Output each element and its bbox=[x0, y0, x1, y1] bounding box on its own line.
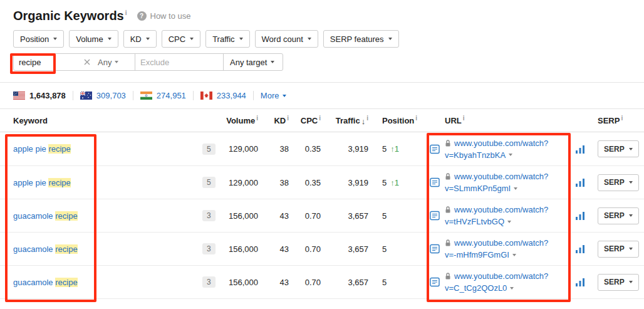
chart-bars-icon[interactable] bbox=[575, 145, 585, 154]
us-flag-icon bbox=[13, 92, 25, 100]
url-link[interactable]: www.youtube.com/watch? bbox=[454, 137, 548, 149]
keyword-link[interactable]: guacamole recipe bbox=[13, 244, 78, 254]
table-row: apple pie recipe 5 129,000 38 0.35 3,919… bbox=[0, 132, 644, 165]
target-dropdown[interactable]: Any target bbox=[224, 54, 281, 70]
keyword-link[interactable]: guacamole recipe bbox=[13, 278, 78, 287]
kd-value: 38 bbox=[258, 144, 289, 154]
url-link[interactable]: www.youtube.com/watch? bbox=[454, 170, 548, 182]
country-in-tab[interactable]: 274,951 bbox=[140, 91, 186, 100]
cpc-value: 0.70 bbox=[289, 278, 321, 287]
keyword-group-badge[interactable]: 3 bbox=[202, 210, 216, 221]
position-change: ↑1 bbox=[390, 144, 399, 154]
url-link[interactable]: v=KbyahTnzbKA bbox=[445, 149, 506, 161]
position-value: 5 bbox=[368, 244, 430, 254]
match-type-dropdown[interactable]: Any bbox=[98, 58, 118, 67]
volume-value: 156,000 bbox=[224, 244, 258, 254]
lock-icon bbox=[445, 239, 451, 247]
sort-desc-icon: ↓ bbox=[361, 117, 366, 126]
highlighted-term: recipe bbox=[55, 278, 77, 287]
sitelinks-icon[interactable] bbox=[430, 211, 440, 221]
col-cpc[interactable]: CPCi bbox=[289, 115, 321, 125]
col-keyword[interactable]: Keyword bbox=[13, 116, 201, 125]
volume-value: 156,000 bbox=[224, 278, 258, 287]
serp-button[interactable]: SERP bbox=[598, 140, 639, 157]
exclude-keyword-input[interactable] bbox=[140, 58, 216, 67]
lock-icon bbox=[445, 139, 451, 147]
filter-traffic-button[interactable]: Traffic bbox=[205, 30, 249, 48]
serp-button[interactable]: SERP bbox=[598, 241, 639, 258]
chevron-down-icon bbox=[146, 38, 150, 40]
chevron-down-icon[interactable] bbox=[512, 254, 516, 256]
keyword-group-badge[interactable]: 5 bbox=[202, 144, 216, 155]
url-link[interactable]: www.youtube.com/watch? bbox=[454, 204, 548, 216]
chevron-down-icon bbox=[115, 61, 118, 63]
sitelinks-icon[interactable] bbox=[430, 244, 440, 254]
how-to-use-label: How to use bbox=[150, 11, 191, 21]
keywords-table: Keyword Volumei KDi CPCi Traffic↓i Posit… bbox=[0, 108, 644, 299]
filter-kd-button[interactable]: KD bbox=[123, 30, 157, 48]
page-title: Organic Keywordsi bbox=[13, 9, 127, 23]
traffic-value: 3,657 bbox=[321, 211, 368, 221]
table-header-row: Keyword Volumei KDi CPCi Traffic↓i Posit… bbox=[0, 109, 644, 132]
chart-bars-icon[interactable] bbox=[575, 211, 585, 220]
col-url[interactable]: URLi bbox=[445, 115, 568, 125]
filter-position-button[interactable]: Position bbox=[13, 30, 64, 48]
col-kd[interactable]: KDi bbox=[258, 115, 289, 125]
divider bbox=[253, 91, 254, 100]
chevron-down-icon[interactable] bbox=[509, 154, 512, 156]
col-serp[interactable]: SERPi bbox=[593, 115, 633, 125]
info-icon: i bbox=[463, 115, 465, 122]
filter-cpc-button[interactable]: CPC bbox=[162, 30, 200, 48]
chevron-down-icon bbox=[283, 95, 286, 97]
chart-bars-icon[interactable] bbox=[575, 244, 585, 253]
keyword-link[interactable]: apple pie recipe bbox=[13, 144, 71, 154]
more-countries-dropdown[interactable]: More bbox=[261, 91, 287, 100]
chevron-down-icon[interactable] bbox=[507, 221, 511, 223]
url-link[interactable]: www.youtube.com/watch? bbox=[454, 270, 548, 282]
cpc-value: 0.70 bbox=[289, 211, 321, 221]
sitelinks-icon[interactable] bbox=[430, 277, 440, 287]
col-traffic[interactable]: Traffic↓i bbox=[321, 115, 368, 125]
chevron-down-icon bbox=[629, 148, 633, 150]
keyword-group-badge[interactable]: 3 bbox=[202, 243, 216, 254]
sitelinks-icon[interactable] bbox=[430, 177, 440, 187]
serp-button[interactable]: SERP bbox=[598, 274, 639, 291]
chevron-down-icon[interactable] bbox=[514, 187, 517, 190]
clear-input-icon[interactable] bbox=[84, 59, 90, 65]
url-link[interactable]: v=tHVzFLtvbGQ bbox=[445, 216, 504, 228]
position-change: ↑1 bbox=[390, 178, 399, 187]
table-row: guacamole recipe 3 156,000 43 0.70 3,657… bbox=[0, 199, 644, 232]
url-link[interactable]: www.youtube.com/watch? bbox=[454, 237, 548, 249]
country-us-tab[interactable]: 1,643,878 bbox=[13, 91, 66, 100]
traffic-value: 3,919 bbox=[321, 144, 368, 154]
url-link[interactable]: v=C_tCg2QOzL0 bbox=[445, 282, 507, 294]
url-link[interactable]: v=-mHfm9FGmGI bbox=[445, 249, 509, 261]
position-value: 5↑1 bbox=[368, 144, 430, 154]
position-value: 5 bbox=[368, 278, 430, 287]
volume-value: 129,000 bbox=[224, 178, 258, 187]
keyword-group-badge[interactable]: 3 bbox=[202, 276, 216, 288]
country-au-tab[interactable]: 309,703 bbox=[80, 91, 126, 100]
sitelinks-icon[interactable] bbox=[430, 144, 440, 154]
col-volume[interactable]: Volumei bbox=[224, 115, 258, 125]
country-ca-tab[interactable]: 233,944 bbox=[200, 91, 246, 100]
include-keyword-input[interactable] bbox=[19, 58, 84, 67]
keyword-group-badge[interactable]: 5 bbox=[202, 177, 216, 188]
chart-bars-icon[interactable] bbox=[575, 178, 585, 187]
filter-serp-features-button[interactable]: SERP features bbox=[323, 30, 399, 48]
url-link[interactable]: v=SLmmKPn5gmI bbox=[445, 182, 511, 194]
keyword-link[interactable]: apple pie recipe bbox=[13, 178, 71, 187]
filter-word-count-button[interactable]: Word count bbox=[255, 30, 318, 48]
serp-button[interactable]: SERP bbox=[598, 207, 639, 224]
chevron-down-icon[interactable] bbox=[510, 287, 514, 290]
chart-bars-icon[interactable] bbox=[575, 278, 585, 286]
filter-volume-button[interactable]: Volume bbox=[69, 30, 118, 48]
table-row: apple pie recipe 5 129,000 38 0.35 3,919… bbox=[0, 165, 644, 199]
ca-flag-icon bbox=[200, 92, 212, 100]
how-to-use-link[interactable]: ? How to use bbox=[137, 11, 191, 21]
col-position[interactable]: Positioni bbox=[368, 115, 430, 125]
chevron-down-icon bbox=[629, 248, 633, 250]
keyword-link[interactable]: guacamole recipe bbox=[13, 211, 78, 221]
table-row: guacamole recipe 3 156,000 43 0.70 3,657… bbox=[0, 232, 644, 265]
serp-button[interactable]: SERP bbox=[598, 174, 639, 191]
